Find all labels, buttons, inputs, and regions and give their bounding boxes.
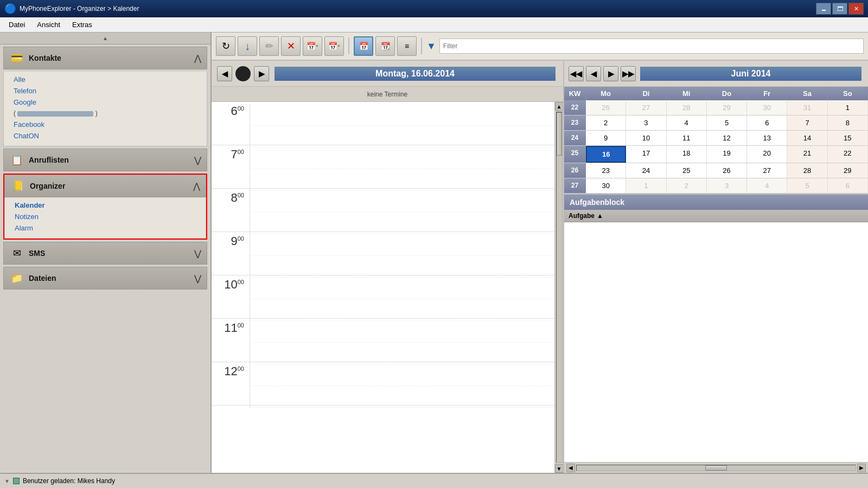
- cal-day-30-may[interactable]: 30: [747, 100, 787, 115]
- time-half-9-2[interactable]: [250, 256, 554, 278]
- refresh-button[interactable]: ↻: [216, 36, 235, 56]
- cal-day-11[interactable]: 11: [667, 131, 707, 145]
- time-half-8-1[interactable]: [250, 191, 554, 213]
- cal-day-6[interactable]: 6: [747, 115, 787, 130]
- cal-day-8[interactable]: 8: [828, 115, 868, 130]
- time-half-7-2[interactable]: [250, 169, 554, 191]
- cal-day-27-may[interactable]: 27: [626, 100, 666, 115]
- aufgaben-scroll-right[interactable]: ▶: [857, 464, 866, 472]
- menu-datei[interactable]: Datei: [3, 19, 30, 30]
- sidebar-scroll-top[interactable]: ▲: [0, 33, 210, 44]
- cal-day-27[interactable]: 27: [747, 163, 787, 178]
- time-half-11-1[interactable]: [250, 321, 554, 343]
- maximize-button[interactable]: 🗖: [832, 3, 847, 15]
- sidebar-item-notizen[interactable]: Notizen: [12, 211, 198, 222]
- menu-extras[interactable]: Extras: [67, 19, 98, 30]
- cal-day-29[interactable]: 29: [828, 163, 868, 178]
- cal-day-31-may[interactable]: 31: [787, 100, 827, 115]
- sms-toggle[interactable]: ⋁: [194, 248, 201, 259]
- prev-month-button[interactable]: ◀: [586, 66, 601, 81]
- cal-day-18[interactable]: 18: [667, 146, 707, 163]
- cal-day-5[interactable]: 5: [707, 115, 747, 130]
- day-scroll-track[interactable]: [556, 112, 563, 463]
- cal-day-23[interactable]: 23: [586, 163, 626, 178]
- delete-button[interactable]: ✕: [281, 36, 301, 56]
- cal-day-28-may[interactable]: 28: [667, 100, 707, 115]
- cal-day-9[interactable]: 9: [586, 131, 626, 145]
- cal-day-1-jun[interactable]: 1: [828, 100, 868, 115]
- time-half-6-2[interactable]: [250, 126, 554, 147]
- time-half-11-2[interactable]: [250, 343, 554, 364]
- cal-day-1-jul[interactable]: 1: [626, 178, 666, 193]
- filter-input[interactable]: [439, 38, 864, 54]
- cal-day-3-jul[interactable]: 3: [707, 178, 747, 193]
- cal-day-26-may[interactable]: 26: [586, 100, 626, 115]
- cal-day-4-jul[interactable]: 4: [747, 178, 787, 193]
- time-half-6-1[interactable]: [250, 104, 554, 126]
- dateien-header[interactable]: 📁 Dateien ⋁: [3, 267, 207, 290]
- time-half-12-2[interactable]: [250, 386, 554, 408]
- day-view-button[interactable]: 📅: [354, 36, 373, 56]
- cal-day-14[interactable]: 14: [787, 131, 827, 145]
- cal-day-24[interactable]: 24: [626, 163, 666, 178]
- cal-day-6-jul[interactable]: 6: [828, 178, 868, 193]
- time-half-8-2[interactable]: [250, 213, 554, 234]
- cal-day-2-jul[interactable]: 2: [667, 178, 707, 193]
- aufgaben-scroll-thumb[interactable]: [705, 465, 727, 471]
- cal-day-15[interactable]: 15: [828, 131, 868, 145]
- cal-day-20[interactable]: 20: [747, 146, 787, 163]
- day-scroll-area[interactable]: 600 700: [212, 102, 554, 473]
- cal-day-7[interactable]: 7: [787, 115, 827, 130]
- cal-day-10[interactable]: 10: [626, 131, 666, 145]
- aufgaben-scroll-track[interactable]: [576, 465, 856, 471]
- organizer-header[interactable]: 📒 Organizer ⋀: [4, 175, 206, 197]
- cal-day-29-may[interactable]: 29: [707, 100, 747, 115]
- aufgabe-sort-icon[interactable]: ▲: [597, 212, 603, 220]
- sms-header[interactable]: ✉ SMS ⋁: [3, 242, 207, 265]
- close-button[interactable]: ✕: [848, 3, 864, 15]
- day-scroll-thumb[interactable]: [557, 112, 562, 156]
- time-half-10-1[interactable]: [250, 278, 554, 299]
- download-button[interactable]: ↓: [238, 36, 257, 56]
- sidebar-item-alle[interactable]: Alle: [11, 74, 199, 85]
- time-half-10-2[interactable]: [250, 299, 554, 321]
- kontakte-header[interactable]: 💳 Kontakte ⋀: [3, 47, 207, 69]
- cal-day-5-jul[interactable]: 5: [787, 178, 827, 193]
- anruflisten-toggle[interactable]: ⋁: [194, 155, 201, 165]
- aufgaben-scroll-left[interactable]: ◀: [566, 464, 575, 472]
- edit-button[interactable]: ✏: [259, 36, 279, 56]
- cal-day-28[interactable]: 28: [787, 163, 827, 178]
- dateien-toggle[interactable]: ⋁: [194, 273, 201, 284]
- sidebar-item-chaton[interactable]: ChatON: [11, 130, 199, 142]
- kontakte-toggle[interactable]: ⋀: [194, 53, 201, 63]
- next-year-button[interactable]: ▶▶: [621, 66, 636, 81]
- cal-day-17[interactable]: 17: [626, 146, 666, 163]
- week-view-button[interactable]: 📆: [375, 36, 395, 56]
- sidebar-item-google[interactable]: Google: [11, 97, 199, 108]
- anruflisten-header[interactable]: 📋 Anruflisten ⋁: [3, 149, 207, 171]
- time-half-12-1[interactable]: [250, 364, 554, 386]
- menu-ansicht[interactable]: Ansicht: [31, 19, 66, 30]
- cal-day-30[interactable]: 30: [586, 178, 626, 193]
- list-view-button[interactable]: ≡: [397, 36, 417, 56]
- cal-day-16-today[interactable]: 16: [586, 146, 626, 163]
- sidebar-item-facebook[interactable]: Facebook: [11, 119, 199, 130]
- new-event-button[interactable]: 📅+: [303, 36, 322, 56]
- new-event2-button[interactable]: 📅+: [324, 36, 344, 56]
- time-half-9-1[interactable]: [250, 234, 554, 256]
- cal-day-21[interactable]: 21: [787, 146, 827, 163]
- day-scroll-up[interactable]: ▲: [555, 102, 564, 111]
- day-scroll-down[interactable]: ▼: [555, 464, 564, 473]
- time-half-7-1[interactable]: [250, 147, 554, 169]
- organizer-toggle[interactable]: ⋀: [193, 181, 200, 191]
- cal-day-19[interactable]: 19: [707, 146, 747, 163]
- cal-day-12[interactable]: 12: [707, 131, 747, 145]
- sidebar-item-telefon[interactable]: Telefon: [11, 85, 199, 97]
- cal-day-22[interactable]: 22: [828, 146, 868, 163]
- cal-day-26[interactable]: 26: [707, 163, 747, 178]
- sidebar-item-kalender[interactable]: Kalender: [12, 200, 198, 211]
- next-day-button[interactable]: ▶: [254, 66, 269, 81]
- cal-day-13[interactable]: 13: [747, 131, 787, 145]
- cal-day-25[interactable]: 25: [667, 163, 707, 178]
- prev-year-button[interactable]: ◀◀: [569, 66, 584, 81]
